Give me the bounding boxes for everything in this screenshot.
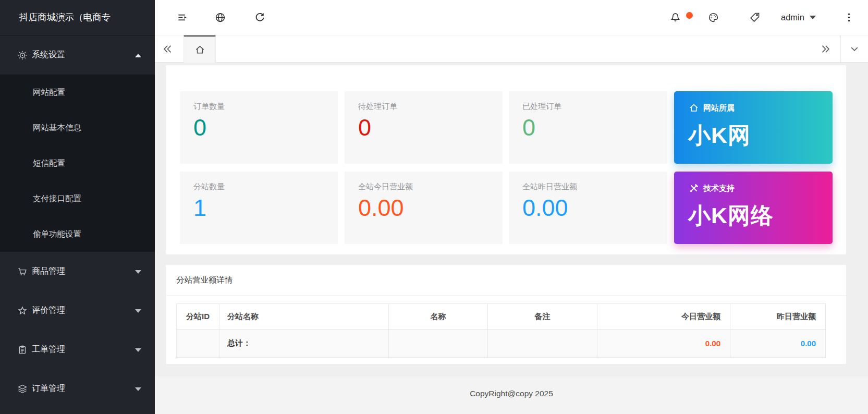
chevron-down-icon <box>849 44 860 54</box>
chevron-down-icon <box>135 270 141 274</box>
sidebar-subitem-order-steal-config[interactable]: 偷单功能设置 <box>0 216 155 252</box>
cell-name <box>389 330 488 358</box>
footer: CopyRight@copy 2025 <box>155 376 868 414</box>
stat-value: 0 <box>193 114 206 141</box>
stat-value: 1 <box>193 194 206 222</box>
sidebar-item-order-management[interactable]: 订单管理 <box>0 369 155 408</box>
section-title: 分站营业额详情 <box>166 265 846 296</box>
stat-label: 待处理订单 <box>358 102 397 112</box>
star-icon <box>17 306 28 316</box>
cell-remark <box>488 330 597 358</box>
column-header-remark: 备注 <box>488 304 597 330</box>
tab-home[interactable] <box>184 35 216 63</box>
copyright-text: CopyRight@copy 2025 <box>470 389 553 398</box>
refresh-button[interactable] <box>250 8 269 27</box>
stat-value: 0 <box>358 114 371 141</box>
double-chevron-left-icon <box>162 43 174 55</box>
sidebar-item-product-management[interactable]: 商品管理 <box>0 252 155 291</box>
stat-label: 全站今日营业额 <box>358 182 413 192</box>
sidebar-item-label: 评价管理 <box>32 305 65 316</box>
sidebar: 抖店商城演示（电商专 系统设置 网站配置 网站基本信息 短信配置 支付接口配置 … <box>0 0 155 414</box>
promo-card-site-owner: 网站所属 小K网 <box>674 91 833 164</box>
sidebar-subitem-sms-config[interactable]: 短信配置 <box>0 145 155 181</box>
cell-today-revenue: 0.00 <box>597 330 730 358</box>
stat-label: 订单数量 <box>193 102 225 112</box>
sidebar-item-label: 工单管理 <box>32 344 65 355</box>
clipboard-icon <box>17 345 28 355</box>
sidebar-item-label: 商品管理 <box>32 266 65 277</box>
chevron-up-icon <box>135 54 141 57</box>
topbar: admin <box>155 0 868 35</box>
stat-value: 0.00 <box>522 194 568 222</box>
column-header-substation-name: 分站名称 <box>219 304 389 330</box>
column-header-substation-id: 分站ID <box>177 304 219 330</box>
chevron-down-icon <box>135 387 141 391</box>
stat-label: 分站数量 <box>193 182 225 192</box>
cell-total-label: 总计： <box>219 330 389 358</box>
sidebar-item-label: 系统设置 <box>32 50 65 60</box>
cell-substation-id <box>177 330 219 358</box>
user-menu[interactable]: admin <box>781 0 816 35</box>
stat-card-substation-count: 分站数量 1 <box>180 172 338 244</box>
promo-title: 小K网络 <box>688 201 774 231</box>
refresh-icon <box>254 11 266 23</box>
kebab-menu-icon <box>843 11 855 23</box>
double-chevron-right-icon <box>820 43 831 55</box>
sidebar-collapse-button[interactable] <box>173 8 192 27</box>
sidebar-item-review-management[interactable]: 评价管理 <box>0 291 155 330</box>
notifications-button[interactable] <box>666 8 684 27</box>
sidebar-item-system-settings[interactable]: 系统设置 <box>0 35 155 75</box>
stat-card-order-count: 订单数量 0 <box>180 91 338 164</box>
notification-dot <box>686 12 693 19</box>
stat-value: 0.00 <box>358 194 404 222</box>
theme-button[interactable] <box>704 8 723 27</box>
cell-yesterday-revenue: 0.00 <box>730 330 826 358</box>
stat-label: 已处理订单 <box>522 102 561 112</box>
stat-card-yesterday-revenue: 全站昨日营业额 0.00 <box>509 172 667 244</box>
menu-fold-icon <box>177 11 189 23</box>
palette-icon <box>707 11 719 23</box>
column-header-yesterday-revenue: 昨日营业额 <box>730 304 826 330</box>
promo-tag-label: 网站所属 <box>703 103 735 113</box>
table-row-total: 总计： 0.00 0.00 <box>177 330 826 358</box>
table-header-row: 分站ID 分站名称 名称 备注 今日营业额 昨日营业额 <box>177 304 826 330</box>
revenue-table: 分站ID 分站名称 名称 备注 今日营业额 昨日营业额 总计： 0.00 0.0… <box>176 303 826 358</box>
promo-title: 小K网 <box>688 120 751 151</box>
tabs-scroll-right-button[interactable] <box>815 35 836 63</box>
globe-icon <box>214 11 226 23</box>
cart-icon <box>17 266 28 277</box>
stat-card-processed-orders: 已处理订单 0 <box>509 91 667 164</box>
promo-tag: 网站所属 <box>689 103 735 113</box>
system-settings-submenu: 网站配置 网站基本信息 短信配置 支付接口配置 偷单功能设置 <box>0 75 155 252</box>
sidebar-item-label: 订单管理 <box>32 383 65 394</box>
promo-tag: 技术支持 <box>689 183 735 193</box>
admin-dashboard: 抖店商城演示（电商专 系统设置 网站配置 网站基本信息 短信配置 支付接口配置 … <box>0 0 868 414</box>
sidebar-item-ticket-management[interactable]: 工单管理 <box>0 330 155 369</box>
revenue-panel: 分站营业额详情 分站ID 分站名称 名称 备注 今日营业额 昨日营业额 <box>166 265 846 364</box>
promo-tag-label: 技术支持 <box>703 184 735 193</box>
username: admin <box>781 13 804 22</box>
promo-card-tech-support: 技术支持 小K网络 <box>674 172 833 244</box>
tabs-scroll-left-button[interactable] <box>157 35 178 63</box>
stats-panel: 订单数量 0 待处理订单 0 已处理订单 0 网站所属 小K网 分站数量 1 全… <box>166 65 846 254</box>
tabbar <box>155 35 868 63</box>
tabs-menu-button[interactable] <box>840 35 868 63</box>
stat-value: 0 <box>522 114 535 141</box>
sidebar-subitem-payment-config[interactable]: 支付接口配置 <box>0 181 155 216</box>
sidebar-subitem-site-basic-info[interactable]: 网站基本信息 <box>0 110 155 145</box>
sidebar-subitem-site-config[interactable]: 网站配置 <box>0 75 155 110</box>
tools-icon <box>689 183 699 193</box>
stat-card-pending-orders: 待处理订单 0 <box>345 91 503 164</box>
column-header-today-revenue: 今日营业额 <box>597 304 730 330</box>
layers-icon <box>17 384 28 394</box>
stat-card-today-revenue: 全站今日营业额 0.00 <box>345 172 503 244</box>
more-options-button[interactable] <box>839 8 858 27</box>
bell-icon <box>669 11 681 23</box>
chevron-down-icon <box>135 348 141 352</box>
home-icon <box>689 103 699 113</box>
stat-label: 全站昨日营业额 <box>522 182 577 192</box>
home-icon <box>194 44 205 55</box>
site-home-button[interactable] <box>211 8 229 27</box>
column-header-name: 名称 <box>389 304 488 330</box>
tag-button[interactable] <box>745 8 764 27</box>
